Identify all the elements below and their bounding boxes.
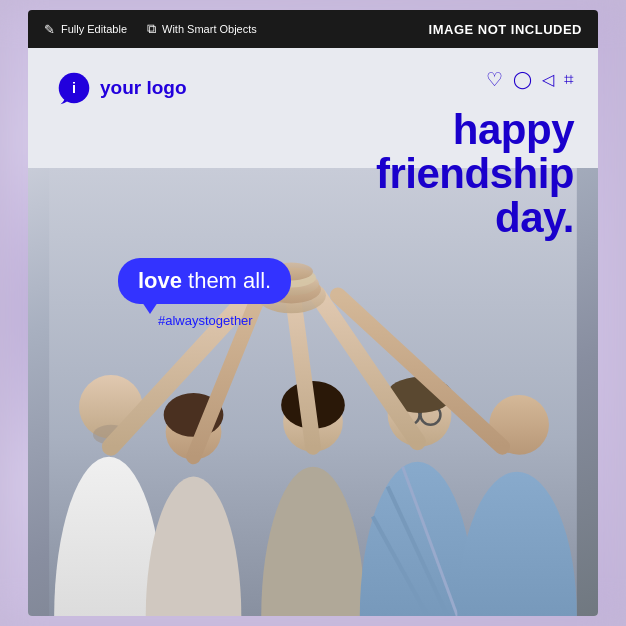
hashtag-text: #alwaystogether: [158, 313, 253, 328]
logo-text: your logo: [100, 77, 187, 99]
fully-editable-badge: ✎ Fully Editable: [44, 22, 127, 37]
layers-icon: ⧉: [147, 21, 156, 37]
fully-editable-label: Fully Editable: [61, 23, 127, 35]
main-card: i your logo ♡ ◯ ◁ ⌗ happy friendship day…: [28, 48, 598, 616]
smart-objects-badge: ⧉ With Smart Objects: [147, 21, 257, 37]
logo-area: i your logo: [56, 70, 187, 106]
smart-objects-label: With Smart Objects: [162, 23, 257, 35]
not-included-label: IMAGE NOT INCLUDED: [429, 22, 582, 37]
bookmark-icon: ⌗: [564, 71, 574, 88]
edit-icon: ✎: [44, 22, 55, 37]
svg-text:i: i: [72, 80, 76, 96]
logo-svg: i: [56, 70, 92, 106]
social-icons-row: ♡ ◯ ◁ ⌗: [486, 70, 574, 89]
outer-wrapper: ✎ Fully Editable ⧉ With Smart Objects IM…: [28, 10, 598, 616]
title-line-2: friendship: [376, 152, 574, 196]
top-bar: ✎ Fully Editable ⧉ With Smart Objects IM…: [28, 10, 598, 48]
title-area: happy friendship day.: [376, 108, 574, 240]
bubble-rest-text: them all.: [188, 268, 271, 294]
speech-bubble: love them all.: [118, 258, 291, 304]
share-icon: ◁: [542, 72, 554, 88]
title-line-3: day.: [376, 196, 574, 240]
bubble-bold-text: love: [138, 268, 182, 294]
heart-icon: ♡: [486, 70, 503, 89]
title-line-1: happy: [376, 108, 574, 152]
chat-icon: ◯: [513, 71, 532, 88]
